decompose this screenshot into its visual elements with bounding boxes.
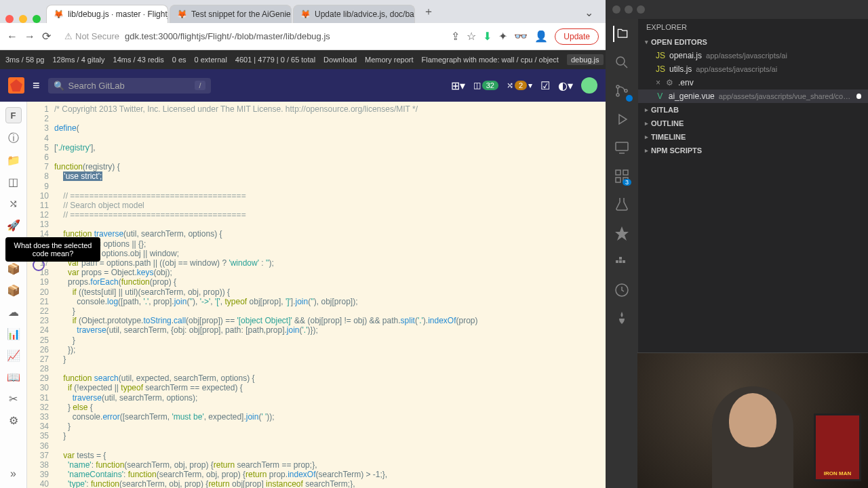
search-placeholder: Search GitLab bbox=[68, 81, 125, 91]
tab-title: Test snippet for the AiGenie (5 bbox=[191, 9, 292, 19]
incognito-icon[interactable]: 👓 bbox=[514, 30, 528, 43]
star-icon[interactable]: ☆ bbox=[467, 30, 476, 43]
ci-icon[interactable]: 🚀 bbox=[7, 218, 20, 232]
maximize-icon[interactable] bbox=[33, 15, 41, 23]
expand-sidebar-icon[interactable]: » bbox=[10, 468, 16, 480]
webcam-overlay: IRON MAN bbox=[637, 352, 868, 488]
gear-icon: ⚙ bbox=[665, 78, 674, 87]
perf-item[interactable]: 4601 | 4779 | 0 / 65 total bbox=[235, 56, 315, 64]
perf-item[interactable]: Download bbox=[323, 56, 357, 64]
url-input[interactable]: ⚠ Not Secure gdk.test:3000/flightjs/Flig… bbox=[58, 28, 444, 44]
security-badge[interactable]: ⚠ Not Secure bbox=[64, 31, 119, 41]
minimize-icon[interactable] bbox=[625, 5, 633, 14]
genie-icon[interactable] bbox=[614, 310, 630, 327]
browser-tab[interactable]: 🦊Test snippet for the AiGenie (5× bbox=[170, 5, 292, 23]
search-shortcut: / bbox=[195, 81, 205, 90]
perf-item[interactable]: 14ms / 43 redis bbox=[113, 56, 164, 64]
search-input[interactable]: 🔍 Search GitLab / bbox=[48, 78, 211, 94]
test-icon[interactable] bbox=[614, 197, 630, 213]
issues-badge[interactable]: ◫32 bbox=[473, 81, 498, 90]
remote-icon[interactable] bbox=[614, 140, 630, 156]
svg-point-2 bbox=[616, 94, 619, 96]
perf-item[interactable]: 0 external bbox=[195, 56, 227, 64]
code-viewer: 1234567891011121314151617181920212223242… bbox=[27, 102, 606, 488]
performance-bar: 3ms / 58 pg 128ms / 4 gitaly 14ms / 43 r… bbox=[0, 50, 606, 69]
close-icon[interactable] bbox=[612, 5, 620, 14]
gitlab-icon[interactable] bbox=[614, 225, 630, 241]
editor-file[interactable]: JSopenai.jsapp/assets/javascripts/ai bbox=[638, 49, 868, 62]
infra-icon[interactable]: ☁ bbox=[7, 305, 20, 319]
gitlab-logo-icon[interactable] bbox=[8, 77, 24, 94]
mr-icon[interactable]: ⤭ bbox=[7, 197, 20, 210]
perf-item[interactable]: 128ms / 4 gitaly bbox=[52, 56, 104, 64]
profile-icon[interactable]: 👤 bbox=[534, 30, 548, 43]
analytics-icon[interactable]: 📈 bbox=[7, 348, 20, 362]
perf-file[interactable]: debug.js bbox=[567, 54, 604, 65]
svg-rect-11 bbox=[623, 260, 625, 263]
close-icon[interactable]: × bbox=[656, 78, 660, 87]
snippets-icon[interactable]: ✂ bbox=[7, 392, 20, 405]
close-icon[interactable] bbox=[5, 15, 14, 23]
todos-icon[interactable]: ☑ bbox=[540, 79, 550, 92]
address-bar: ← → ⟳ ⚠ Not Secure gdk.test:3000/flightj… bbox=[0, 23, 606, 50]
extensions-icon[interactable]: ✦ bbox=[498, 30, 507, 43]
svg-rect-7 bbox=[616, 178, 620, 182]
chevron-down-icon[interactable]: ⌄ bbox=[578, 2, 600, 23]
avatar[interactable] bbox=[581, 77, 597, 94]
perf-item[interactable]: Flamegraph with mode: wall / cpu / objec… bbox=[422, 56, 559, 64]
outline-section[interactable]: OUTLINE bbox=[638, 117, 868, 130]
folder-section[interactable]: GITLAB bbox=[638, 103, 868, 117]
editor-file[interactable]: Vai_genie.vueapp/assets/javascripts/vue_… bbox=[638, 89, 868, 103]
js-icon: JS bbox=[656, 64, 665, 74]
project-icon[interactable]: F bbox=[5, 107, 22, 123]
new-tab-button[interactable]: ＋ bbox=[416, 1, 441, 23]
search-icon[interactable] bbox=[614, 54, 630, 70]
person bbox=[712, 386, 793, 488]
line-gutter: 1234567891011121314151617181920212223242… bbox=[27, 102, 54, 488]
svg-point-1 bbox=[616, 85, 619, 88]
deploy-icon[interactable]: 📦 bbox=[7, 262, 20, 275]
help-icon[interactable]: ◐▾ bbox=[558, 79, 573, 92]
perf-item[interactable]: 0 es bbox=[172, 56, 186, 64]
mr-badge[interactable]: ⤭2▾ bbox=[507, 81, 532, 90]
forward-button[interactable]: → bbox=[24, 30, 35, 43]
packages-icon[interactable]: 📦 bbox=[7, 283, 20, 297]
source-control-icon[interactable] bbox=[614, 83, 630, 99]
back-button[interactable]: ← bbox=[7, 30, 18, 43]
live-icon[interactable] bbox=[614, 282, 630, 298]
docker-icon[interactable] bbox=[614, 253, 630, 270]
share-icon[interactable]: ⇪ bbox=[451, 30, 460, 43]
repo-icon[interactable]: 📁 bbox=[7, 153, 20, 167]
svg-rect-4 bbox=[616, 142, 628, 150]
timeline-section[interactable]: TIMELINE bbox=[638, 130, 868, 144]
perf-item[interactable]: Memory report bbox=[365, 56, 414, 64]
browser-tab[interactable]: 🦊Update lib/advice.js, doc/base× bbox=[293, 5, 415, 23]
maximize-icon[interactable] bbox=[637, 5, 645, 14]
browser-tab[interactable]: 🦊lib/debug.js · master · Flightjs× bbox=[46, 5, 168, 23]
plus-icon[interactable]: ⊞▾ bbox=[451, 79, 465, 92]
extension-icon[interactable]: ⬇ bbox=[483, 30, 492, 43]
update-button[interactable]: Update bbox=[555, 28, 599, 45]
explorer-icon[interactable] bbox=[613, 26, 629, 42]
monitor-icon[interactable]: 📊 bbox=[7, 327, 20, 340]
editor-file[interactable]: JSutils.jsapp/assets/javascripts/ai bbox=[638, 62, 868, 76]
extensions-icon[interactable]: 3 bbox=[614, 168, 630, 184]
code-content[interactable]: /* Copyright 2013 Twitter, Inc. Licensed… bbox=[54, 102, 606, 488]
js-icon: JS bbox=[656, 51, 665, 60]
open-editors-section[interactable]: OPEN EDITORS bbox=[638, 35, 868, 49]
issues-icon[interactable]: ◫ bbox=[7, 175, 20, 188]
npm-section[interactable]: NPM SCRIPTS bbox=[638, 144, 868, 157]
info-icon[interactable]: ⓘ bbox=[7, 131, 20, 145]
editor-file[interactable]: ×⚙.env bbox=[638, 76, 868, 89]
svg-rect-5 bbox=[616, 170, 620, 175]
wiki-icon[interactable]: 📖 bbox=[7, 370, 20, 384]
settings-icon[interactable]: ⚙ bbox=[7, 413, 20, 427]
extension-badge: 3 bbox=[623, 179, 631, 186]
minimize-icon[interactable] bbox=[19, 15, 27, 23]
tab-title: Update lib/advice.js, doc/base bbox=[315, 9, 415, 19]
hamburger-icon[interactable]: ≡ bbox=[33, 79, 40, 93]
reload-button[interactable]: ⟳ bbox=[42, 30, 51, 43]
svg-rect-9 bbox=[616, 260, 618, 263]
perf-item[interactable]: 3ms / 58 pg bbox=[5, 56, 44, 64]
debug-icon[interactable] bbox=[614, 111, 630, 127]
